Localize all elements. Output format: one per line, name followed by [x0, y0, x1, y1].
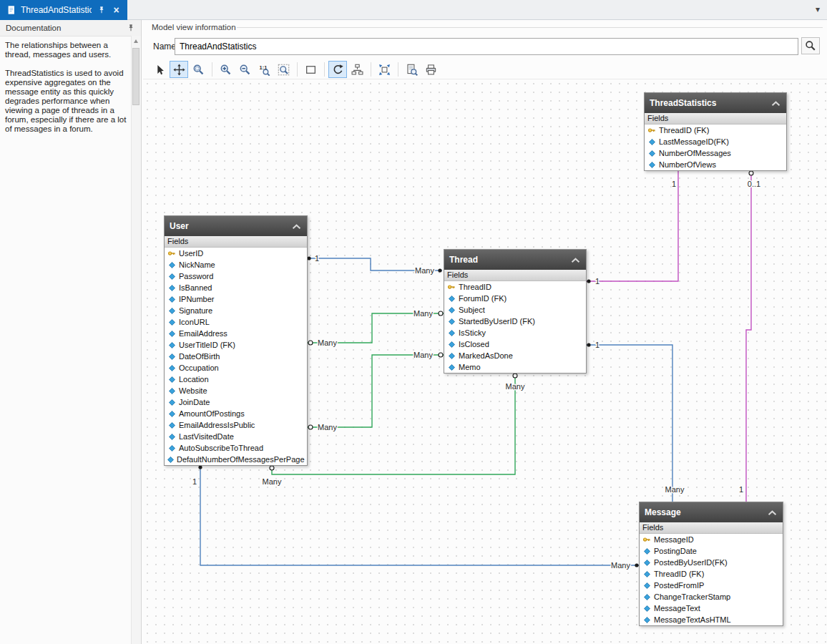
- field-name: ThreadID (FK): [659, 126, 709, 135]
- collapse-chevron-icon[interactable]: [770, 100, 781, 107]
- diagram-canvas[interactable]: 1ManyManyManyManyManyManyMany1Many1Many1…: [143, 79, 827, 644]
- field-row[interactable]: IsSticky: [444, 327, 586, 338]
- field-name: DefaultNumberOfMessagesPerPage: [177, 455, 305, 464]
- field-row[interactable]: MessageText: [640, 602, 783, 614]
- field-row[interactable]: AmountOfPostings: [165, 408, 307, 419]
- close-icon[interactable]: ×: [111, 5, 122, 16]
- resize-button[interactable]: [375, 61, 393, 78]
- field-diamond-icon: [447, 364, 456, 371]
- field-row[interactable]: Memo: [444, 361, 586, 373]
- field-row[interactable]: ThreadID (FK): [640, 568, 783, 580]
- field-row[interactable]: StartedByUserID (FK): [444, 316, 586, 327]
- relationship-line-User-Thread-mn-2[interactable]: [308, 355, 444, 427]
- field-name: PostedFromIP: [654, 581, 704, 590]
- zoom-fit-button[interactable]: [274, 61, 293, 78]
- cardinality-label: Many: [611, 561, 630, 570]
- scrollbar-thumb[interactable]: [132, 48, 140, 105]
- field-row[interactable]: NickName: [165, 259, 307, 270]
- field-name: AutoSubscribeToThread: [179, 444, 263, 452]
- field-row[interactable]: Password: [165, 270, 307, 282]
- print-preview-button[interactable]: [402, 61, 421, 78]
- scrollbar-up-arrow-icon[interactable]: [134, 39, 138, 43]
- field-row[interactable]: DateOfBirth: [165, 351, 307, 362]
- field-row[interactable]: DefaultNumberOfMessagesPerPage: [165, 454, 307, 465]
- print-preview-icon: [406, 64, 418, 76]
- field-row[interactable]: EmailAddressIsPublic: [165, 419, 307, 431]
- fields-band: Fields: [645, 113, 786, 125]
- field-name: NickName: [179, 260, 215, 269]
- pan-button[interactable]: [170, 61, 188, 78]
- zoom-in-button[interactable]: [216, 61, 235, 78]
- field-row[interactable]: MessageID: [640, 534, 783, 545]
- field-row[interactable]: ForumID (FK): [444, 293, 586, 304]
- field-name: UserTitleID (FK): [179, 341, 235, 349]
- field-row[interactable]: LastMessageID(FK): [645, 136, 786, 147]
- pointer-button[interactable]: [150, 61, 169, 78]
- field-row[interactable]: LastVisitedDate: [165, 431, 307, 442]
- entity-User[interactable]: UserFieldsUserIDNickNamePasswordIsBanned…: [164, 215, 308, 466]
- field-row[interactable]: Subject: [444, 304, 586, 316]
- pin-icon[interactable]: [96, 5, 107, 16]
- cardinality-label: 1: [672, 180, 676, 188]
- tree-layout-button[interactable]: [348, 61, 366, 78]
- collapse-chevron-icon[interactable]: [767, 509, 778, 516]
- field-row[interactable]: IPNumber: [165, 293, 307, 305]
- zoom-actual-button[interactable]: 1:1: [255, 61, 273, 78]
- rectangle-button[interactable]: [301, 61, 320, 78]
- field-row[interactable]: UserID: [165, 248, 307, 259]
- field-row[interactable]: ThreadID (FK): [645, 125, 786, 136]
- chevron-down-icon[interactable]: ▾: [816, 4, 820, 14]
- field-diamond-icon: [447, 296, 456, 302]
- field-name: ThreadID (FK): [654, 570, 704, 578]
- field-row[interactable]: UserTitleID (FK): [165, 339, 307, 351]
- field-row[interactable]: IsClosed: [444, 338, 586, 350]
- field-row[interactable]: JoinDate: [165, 396, 307, 408]
- field-row[interactable]: Signature: [165, 305, 307, 316]
- field-row[interactable]: Website: [165, 385, 307, 396]
- entity-Message[interactable]: MessageFieldsMessageIDPostingDatePostedB…: [639, 502, 783, 626]
- field-name: MessageTextAsHTML: [654, 615, 731, 624]
- entity-Thread[interactable]: ThreadFieldsThreadIDForumID (FK)SubjectS…: [444, 249, 587, 374]
- field-row[interactable]: PostingDate: [640, 545, 783, 557]
- zoom-out-button[interactable]: [235, 61, 254, 78]
- field-row[interactable]: ThreadID: [444, 281, 586, 293]
- field-name: ThreadID: [459, 283, 491, 291]
- field-diamond-icon: [642, 560, 651, 566]
- entity-ThreadStatistics[interactable]: ThreadStatisticsFieldsThreadID (FK)LastM…: [644, 92, 787, 171]
- rotate-button[interactable]: [328, 61, 347, 78]
- collapse-chevron-icon[interactable]: [570, 257, 581, 263]
- collapse-chevron-icon[interactable]: [291, 223, 302, 230]
- field-diamond-icon: [167, 308, 176, 314]
- field-row[interactable]: NumberOfMessages: [645, 147, 786, 159]
- relationship-line-Thread-Message[interactable]: [587, 345, 672, 502]
- field-diamond-icon: [642, 594, 651, 600]
- field-row[interactable]: Location: [165, 374, 307, 385]
- print-button[interactable]: [421, 61, 440, 78]
- field-row[interactable]: NumberOfViews: [645, 159, 786, 170]
- field-row[interactable]: IsBanned: [165, 282, 307, 293]
- tab-threadandstatistics[interactable]: ThreadAndStatistics ×: [0, 0, 127, 20]
- field-diamond-icon: [167, 399, 176, 406]
- zoom-area-icon: [192, 64, 205, 76]
- field-diamond-icon: [167, 285, 176, 291]
- zoom-area-button[interactable]: [189, 61, 207, 78]
- cardinality-dot: [438, 268, 441, 272]
- field-row[interactable]: MessageTextAsHTML: [640, 614, 783, 625]
- field-row[interactable]: MarkedAsDone: [444, 350, 586, 361]
- relationship-line-ThreadStatistics-Message[interactable]: [746, 170, 751, 502]
- relationship-line-Thread-ThreadStatistics[interactable]: [587, 170, 678, 281]
- field-row[interactable]: PostedFromIP: [640, 580, 783, 591]
- field-row[interactable]: AutoSubscribeToThread: [165, 442, 307, 454]
- field-row[interactable]: EmailAddress: [165, 328, 307, 339]
- documentation-scrollbar[interactable]: [131, 36, 141, 644]
- field-diamond-icon: [167, 376, 176, 383]
- field-row[interactable]: IconURL: [165, 316, 307, 328]
- pin-icon[interactable]: [127, 24, 135, 32]
- relationship-line-User-Thread-mn-3[interactable]: [272, 373, 515, 474]
- field-row[interactable]: PostedByUserID(FK): [640, 557, 783, 568]
- field-row[interactable]: Occupation: [165, 362, 307, 374]
- field-name: UserID: [179, 249, 203, 258]
- field-row[interactable]: ChangeTrackerStamp: [640, 591, 783, 602]
- name-input[interactable]: [175, 38, 798, 55]
- search-button[interactable]: [801, 37, 820, 54]
